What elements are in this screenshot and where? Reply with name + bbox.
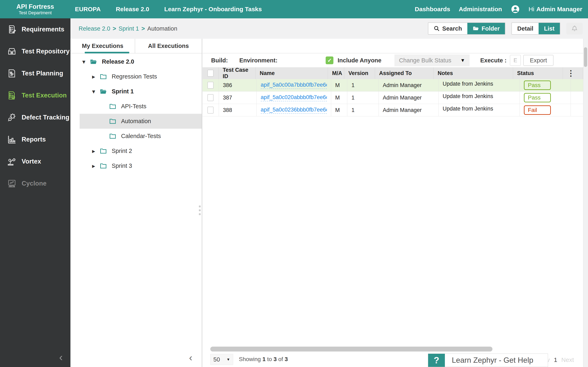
folder-open-icon <box>99 88 108 95</box>
tree-node-release-2-0[interactable]: ▾ Release 2.0 <box>80 54 202 69</box>
breadcrumb-sprint-link[interactable]: Sprint 1 <box>119 25 139 32</box>
sidebar-item-reports[interactable]: Reports <box>0 128 70 150</box>
include-anyone-checkbox[interactable]: ✓ <box>326 57 333 64</box>
detail-button[interactable]: Detail <box>512 23 539 34</box>
showing-to: 3 <box>274 356 277 362</box>
bell-icon <box>571 25 578 32</box>
tab-my-executions[interactable]: My Executions <box>70 39 135 53</box>
execute-shortcut-button[interactable]: E <box>510 55 521 66</box>
tree-node-calendar-tests[interactable]: Calendar-Tests <box>80 129 202 143</box>
column-header-assigned-to[interactable]: Assigned To <box>375 67 434 79</box>
breadcrumb-release-link[interactable]: Release 2.0 <box>79 25 110 32</box>
defect-tracking-icon <box>7 113 17 122</box>
column-header-version[interactable]: Version <box>344 67 375 79</box>
bulk-status-placeholder: Change Bulk Status <box>399 57 451 64</box>
test-case-id-cell: 386 <box>219 79 257 91</box>
list-button[interactable]: List <box>539 23 560 34</box>
sidebar-item-label: Vortex <box>22 158 41 165</box>
tree-node-label: Sprint 2 <box>112 148 132 154</box>
row-checkbox[interactable] <box>208 94 214 101</box>
status-badge[interactable]: Pass <box>524 93 551 102</box>
active-tab-underline <box>85 52 129 53</box>
table-row[interactable]: 387 apif_5a0c020abbb0fb7ee6c5... M 1 Adm… <box>203 92 583 104</box>
vertical-scrollbar-thumb[interactable] <box>584 47 587 67</box>
notes-cell: Update from Jenkins <box>439 104 520 116</box>
status-cell: Pass <box>520 92 571 104</box>
table-header-row: Test Case ID Name M/A Version Assigned T… <box>203 67 583 79</box>
table-row[interactable]: 388 apif_5a0c0236bbb0fb7ee6c5... M 1 Adm… <box>203 104 583 117</box>
sidebar: Requirements Test Repository Test Planni… <box>0 18 70 367</box>
test-case-link[interactable]: apif_5a0c020abbb0fb7ee6c5... <box>261 94 327 101</box>
column-header-filler: ⋮ <box>563 67 583 79</box>
folder-button[interactable]: Folder <box>467 23 505 34</box>
tree-node-sprint-1[interactable]: ▾ Sprint 1 <box>80 84 202 99</box>
row-checkbox[interactable] <box>208 107 214 114</box>
tree-collapse-chevron-icon[interactable]: ‹ <box>189 353 192 363</box>
search-folder-toggle: Search Folder <box>428 22 505 35</box>
folder-icon <box>99 73 108 80</box>
caret-right-icon[interactable]: ▸ <box>92 73 99 80</box>
breadcrumb-separator: > <box>113 25 116 32</box>
user-greeting[interactable]: HiAdmin Manager <box>528 6 582 13</box>
top-bar: API Fortress Test Department EUROPA Rele… <box>0 0 588 18</box>
sidebar-item-vortex[interactable]: Vortex <box>0 150 70 173</box>
vertical-scrollbar-track[interactable] <box>583 39 588 367</box>
horizontal-scrollbar-thumb[interactable] <box>210 347 493 351</box>
column-header-status[interactable]: Status <box>513 67 563 79</box>
get-help-banner[interactable]: ? Learn Zephyr - Get Help <box>428 354 548 367</box>
nav-europa[interactable]: EUROPA <box>75 6 101 13</box>
include-anyone-label: Include Anyone <box>337 57 381 64</box>
view-controls: Search Folder Detail List <box>428 22 588 35</box>
tree-node-sprint-2[interactable]: ▸ Sprint 2 <box>80 143 202 158</box>
row-checkbox[interactable] <box>208 82 214 89</box>
tree-node-sprint-3[interactable]: ▸ Sprint 3 <box>80 158 202 173</box>
page-size-select[interactable]: 50 ▼ <box>210 354 233 365</box>
main-top-strip <box>203 39 583 53</box>
sidebar-collapse-chevron-icon[interactable]: ‹ <box>59 352 63 363</box>
select-all-checkbox[interactable] <box>208 70 214 77</box>
pagination-page-1[interactable]: 1 <box>554 356 557 363</box>
sidebar-item-test-execution[interactable]: Test Execution <box>0 84 70 106</box>
tree-node-regression-tests[interactable]: ▸ Regression Tests <box>80 69 202 84</box>
folder-button-label: Folder <box>482 25 500 32</box>
get-help-label: Learn Zephyr - Get Help <box>445 356 533 365</box>
nav-dashboards[interactable]: Dashboards <box>415 6 450 13</box>
nav-administration[interactable]: Administration <box>459 6 502 13</box>
user-avatar-icon[interactable] <box>511 4 520 14</box>
column-header-name[interactable]: Name <box>256 67 328 79</box>
search-button[interactable]: Search <box>428 23 467 34</box>
sidebar-item-requirements[interactable]: Requirements <box>0 18 70 40</box>
status-badge[interactable]: Pass <box>524 81 551 90</box>
caret-right-icon[interactable]: ▸ <box>92 162 99 169</box>
column-header-ma[interactable]: M/A <box>328 67 344 79</box>
caret-down-icon[interactable]: ▾ <box>92 88 99 95</box>
requirements-icon <box>7 25 17 34</box>
change-bulk-status-select[interactable]: Change Bulk Status ▼ <box>394 54 470 66</box>
reports-icon <box>7 134 17 144</box>
column-settings-kebab-icon[interactable]: ⋮ <box>567 70 575 76</box>
export-button[interactable]: Export <box>523 55 553 66</box>
nav-release[interactable]: Release 2.0 <box>116 6 149 13</box>
column-header-test-case-id[interactable]: Test Case ID <box>219 67 256 79</box>
test-case-link[interactable]: apif_5a0c0236bbb0fb7ee6c5... <box>261 107 327 114</box>
sidebar-item-test-repository[interactable]: Test Repository <box>0 40 70 62</box>
tree-node-label: Automation <box>121 118 151 125</box>
environment-label: Environment: <box>239 57 277 64</box>
sidebar-item-test-planning[interactable]: Test Planning <box>0 62 70 84</box>
table-row[interactable]: 386 apif_5a0c00a7bbb0fb7ee6c5... M 1 Adm… <box>203 79 583 92</box>
notifications-button[interactable] <box>566 23 583 34</box>
test-case-link[interactable]: apif_5a0c00a7bbb0fb7ee6c5... <box>261 82 327 89</box>
tree-node-automation[interactable]: Automation <box>80 114 202 129</box>
test-execution-icon <box>7 91 17 100</box>
sidebar-item-cyclone[interactable]: Cyclone <box>0 173 70 194</box>
row-checkbox-cell <box>203 104 219 116</box>
pagination-next[interactable]: Next <box>561 356 574 363</box>
tree-node-api-tests[interactable]: API-Tests <box>80 99 202 114</box>
nav-learn-zephyr[interactable]: Learn Zephyr - Onboarding Tasks <box>164 6 262 13</box>
status-badge[interactable]: Fail <box>524 105 551 115</box>
caret-right-icon[interactable]: ▸ <box>92 147 99 155</box>
caret-down-icon[interactable]: ▾ <box>82 58 89 65</box>
column-header-notes[interactable]: Notes <box>434 67 513 79</box>
tab-all-executions[interactable]: All Executions <box>135 39 202 53</box>
sidebar-item-defect-tracking[interactable]: Defect Tracking <box>0 106 70 128</box>
